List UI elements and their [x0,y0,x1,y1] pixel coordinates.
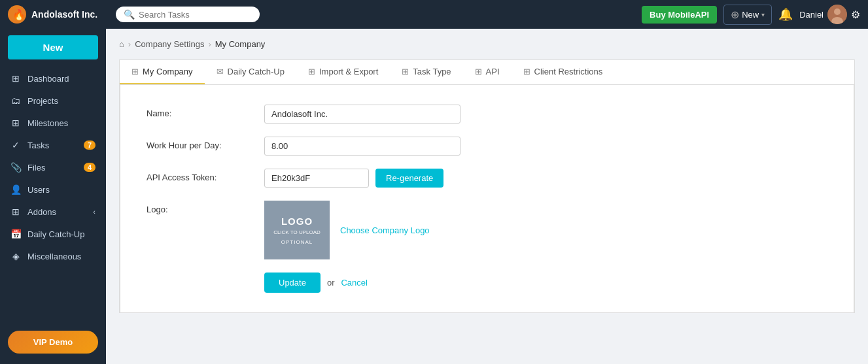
my-company-tab-icon: ⊞ [131,67,139,76]
cancel-link[interactable]: Cancel [341,278,367,288]
logo-optional-text: OPTIONAL [281,239,313,245]
sidebar-item-tasks[interactable]: ✓ Tasks 7 [0,134,106,156]
users-icon: 👤 [10,184,21,195]
plus-icon: ⊕ [731,8,739,21]
tab-label: My Company [143,67,193,76]
sidebar-nav: ⊞ Dashboard 🗂 Projects ⊞ Milestones ✓ Ta… [0,67,106,324]
tab-import-export[interactable]: ⊞ Import & Export [296,60,390,84]
sidebar-item-projects[interactable]: 🗂 Projects [0,90,106,112]
import-export-tab-icon: ⊞ [308,67,315,76]
sidebar: New ⊞ Dashboard 🗂 Projects ⊞ Milestones … [0,29,106,364]
sidebar-item-daily-catchup[interactable]: 📅 Daily Catch-Up [0,223,106,245]
sidebar-item-addons[interactable]: ⊞ Addons ‹ [0,201,106,223]
sidebar-item-label: Tasks [27,141,49,150]
notifications-icon[interactable]: 🔔 [778,7,793,22]
breadcrumb-current: My Company [215,39,266,49]
buy-mobile-api-button[interactable]: Buy MobileAPI [642,6,717,24]
sidebar-item-label: Addons [27,207,56,217]
avatar [827,5,847,24]
sidebar-item-label: Daily Catch-Up [27,229,84,239]
miscellaneous-icon: ◈ [10,251,21,261]
tab-label: Import & Export [319,67,378,76]
sidebar-item-label: Users [27,185,50,195]
daily-catchup-icon: 📅 [10,229,21,239]
update-button[interactable]: Update [264,273,321,293]
new-sidebar-button[interactable]: New [8,35,98,59]
name-label: Name: [147,105,251,118]
work-hour-input[interactable] [264,137,460,156]
action-row: Update or Cancel [264,273,827,293]
settings-icon[interactable]: ⚙ [851,8,860,21]
form-content: Name: Work Hour per Day: API Access Toke… [120,85,854,313]
api-token-controls: Re-generate [264,169,443,188]
user-area: Daniel ⚙ [799,5,860,24]
sidebar-item-label: Miscellaneous [27,252,81,261]
tab-my-company[interactable]: ⊞ My Company [120,60,205,84]
work-hour-row: Work Hour per Day: [147,137,827,156]
regenerate-button[interactable]: Re-generate [375,169,443,188]
tasks-icon: ✓ [10,140,21,150]
or-text: or [327,278,335,288]
breadcrumb-company-settings[interactable]: Company Settings [135,39,204,49]
choose-logo-link[interactable]: Choose Company Logo [340,225,430,235]
work-hour-label: Work Hour per Day: [147,137,251,150]
search-icon: 🔍 [124,9,135,20]
breadcrumb-separator-1: › [128,39,131,49]
addons-arrow-icon: ‹ [93,208,95,216]
breadcrumb-separator-2: › [208,39,211,49]
api-token-label: API Access Token: [147,169,251,182]
logo-click-text: CLICK TO UPLOAD [273,229,321,235]
milestones-icon: ⊞ [10,118,21,128]
logo-placeholder-text: LOGO [281,216,313,227]
sidebar-item-label: Files [27,163,45,173]
vip-demo-button[interactable]: VIP Demo [8,331,98,354]
home-icon[interactable]: ⌂ [119,39,124,49]
tab-daily-catchup[interactable]: ✉ Daily Catch-Up [205,60,296,84]
dashboard-icon: ⊞ [10,73,21,84]
chevron-down-icon: ▾ [761,11,765,18]
main-content: ⌂ › Company Settings › My Company ⊞ My C… [106,29,868,364]
search-input[interactable] [139,10,252,20]
client-restrictions-tab-icon: ⊞ [523,67,530,76]
user-name: Daniel [799,10,824,20]
tabs-container: ⊞ My Company ✉ Daily Catch-Up ⊞ Import &… [119,59,855,313]
task-type-tab-icon: ⊞ [402,67,409,76]
tasks-badge: 7 [84,141,95,150]
tab-task-type[interactable]: ⊞ Task Type [390,60,462,84]
search-bar: 🔍 [116,7,260,22]
sidebar-item-label: Dashboard [27,74,69,84]
sidebar-item-users[interactable]: 👤 Users [0,178,106,201]
files-badge: 4 [84,163,95,172]
files-icon: 📎 [10,162,21,173]
logo-area: 🔥 Andolasoft Inc. [8,5,109,24]
sidebar-item-files[interactable]: 📎 Files 4 [0,156,106,178]
sidebar-item-dashboard[interactable]: ⊞ Dashboard [0,67,106,90]
new-header-button[interactable]: ⊕ New ▾ [723,5,772,25]
logo-row: Logo: LOGO CLICK TO UPLOAD OPTIONAL Choo… [147,201,827,259]
company-name: Andolasoft Inc. [31,9,97,20]
sidebar-item-miscellaneous[interactable]: ◈ Miscellaneous [0,245,106,267]
api-tab-icon: ⊞ [475,67,482,76]
breadcrumb: ⌂ › Company Settings › My Company [119,39,855,49]
api-token-input[interactable] [264,169,369,188]
projects-icon: 🗂 [10,95,21,106]
top-header: 🔥 Andolasoft Inc. 🔍 Buy MobileAPI ⊕ New … [0,0,868,29]
name-input[interactable] [264,105,460,124]
tab-label: Client Restrictions [534,67,603,76]
api-token-row: API Access Token: Re-generate [147,169,827,188]
sidebar-item-label: Projects [27,96,58,106]
addons-icon: ⊞ [10,207,21,217]
tab-label: Daily Catch-Up [228,67,285,76]
app-logo-icon: 🔥 [8,5,26,24]
sidebar-item-label: Milestones [27,118,68,128]
sidebar-item-milestones[interactable]: ⊞ Milestones [0,112,106,134]
tab-label: API [486,67,500,76]
tab-api[interactable]: ⊞ API [463,60,512,84]
tab-client-restrictions[interactable]: ⊞ Client Restrictions [512,60,615,84]
logo-upload-area: LOGO CLICK TO UPLOAD OPTIONAL Choose Com… [264,201,430,259]
tabs: ⊞ My Company ✉ Daily Catch-Up ⊞ Import &… [120,60,854,85]
logo-upload-box[interactable]: LOGO CLICK TO UPLOAD OPTIONAL [264,201,330,259]
daily-catchup-tab-icon: ✉ [217,67,224,76]
name-row: Name: [147,105,827,124]
logo-label: Logo: [147,201,251,214]
